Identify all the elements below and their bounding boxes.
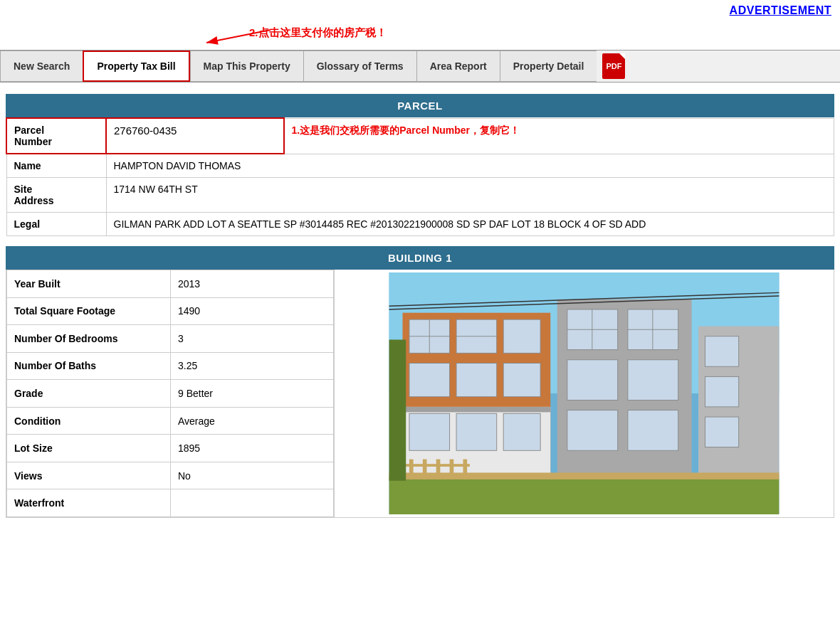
svg-rect-7 xyxy=(503,319,540,353)
waterfront-value xyxy=(171,489,334,517)
table-row: Legal GILMAN PARK ADD LOT A SEATTLE SP #… xyxy=(6,213,834,236)
svg-line-1 xyxy=(206,30,271,43)
main-content: PARCEL ParcelNumber 276760-0435 1.这是我们交税… xyxy=(0,83,840,524)
svg-rect-32 xyxy=(705,336,739,367)
condition-label: Condition xyxy=(7,407,171,435)
svg-rect-44 xyxy=(389,339,406,480)
baths-value: 3.25 xyxy=(171,352,334,380)
legal-value: GILMAN PARK ADD LOT A SEATTLE SP #301448… xyxy=(106,213,834,236)
lot-size-label: Lot Size xyxy=(7,435,171,462)
building-section: BUILDING 1 Year Built 2013 Total Square … xyxy=(6,246,834,518)
svg-rect-42 xyxy=(463,460,468,479)
svg-rect-13 xyxy=(456,364,497,397)
parcel-number-label: ParcelNumber xyxy=(6,118,106,154)
svg-rect-12 xyxy=(409,364,450,397)
condition-value: Average xyxy=(171,407,334,435)
advertisement-label: ADVERTISEMENT xyxy=(730,4,831,17)
bedrooms-label: Number Of Bedrooms xyxy=(7,325,171,353)
pdf-icon: PDF xyxy=(602,53,625,79)
table-row: SiteAddress 1714 NW 64TH ST xyxy=(6,178,834,213)
name-value: HAMPTON DAVID THOMAS xyxy=(106,154,834,178)
property-detail-button[interactable]: Property Detail xyxy=(500,51,597,82)
sqft-label: Total Square Footage xyxy=(7,297,171,325)
table-row: ParcelNumber 276760-0435 1.这是我们交税所需要的Par… xyxy=(6,118,834,154)
pdf-button[interactable]: PDF xyxy=(597,51,631,82)
svg-rect-39 xyxy=(423,460,427,479)
lot-size-value: 1895 xyxy=(171,435,334,462)
building-content: Year Built 2013 Total Square Footage 149… xyxy=(6,270,834,518)
views-label: Views xyxy=(7,462,171,489)
svg-rect-16 xyxy=(409,413,450,450)
legal-label: Legal xyxy=(6,213,106,236)
waterfront-label: Waterfront xyxy=(7,489,171,517)
parcel-number-value: 276760-0435 xyxy=(106,118,284,154)
site-address-value: 1714 NW 64TH ST xyxy=(106,178,834,213)
svg-rect-23 xyxy=(567,360,618,401)
parcel-section-header: PARCEL xyxy=(6,94,834,117)
name-label: Name xyxy=(6,154,106,178)
map-this-property-button[interactable]: Map This Property xyxy=(190,51,303,82)
table-row: Grade 9 Better xyxy=(7,380,334,408)
year-built-value: 2013 xyxy=(171,270,334,298)
site-address-label: SiteAddress xyxy=(6,178,106,213)
arrow-icon xyxy=(199,21,285,50)
parcel-table: ParcelNumber 276760-0435 1.这是我们交税所需要的Par… xyxy=(6,117,834,236)
table-row: Views No xyxy=(7,462,334,489)
bedrooms-value: 3 xyxy=(171,325,334,353)
svg-rect-24 xyxy=(628,360,678,401)
table-row: Year Built 2013 xyxy=(7,270,334,298)
svg-rect-43 xyxy=(396,464,470,467)
sqft-value: 1490 xyxy=(171,297,334,325)
grade-value: 9 Better xyxy=(171,380,334,408)
table-row: Number Of Baths 3.25 xyxy=(7,352,334,380)
svg-rect-40 xyxy=(436,460,441,479)
svg-rect-33 xyxy=(705,376,739,407)
parcel-annotation-cell: 1.这是我们交税所需要的Parcel Number，复制它！ xyxy=(284,118,834,154)
svg-rect-17 xyxy=(456,413,497,450)
table-row: Total Square Footage 1490 xyxy=(7,297,334,325)
building-image xyxy=(337,272,831,514)
building-table: Year Built 2013 Total Square Footage 149… xyxy=(6,270,334,517)
table-row: Name HAMPTON DAVID THOMAS xyxy=(6,154,834,178)
new-search-button[interactable]: New Search xyxy=(0,51,83,82)
top-banner: ADVERTISEMENT xyxy=(0,0,840,18)
table-row: Waterfront xyxy=(7,489,334,517)
svg-rect-14 xyxy=(503,364,540,397)
svg-rect-26 xyxy=(628,410,678,451)
svg-rect-25 xyxy=(567,410,618,451)
grade-label: Grade xyxy=(7,380,171,408)
svg-rect-36 xyxy=(389,472,779,479)
baths-label: Number Of Baths xyxy=(7,352,171,380)
year-built-label: Year Built xyxy=(7,270,171,298)
table-row: Condition Average xyxy=(7,407,334,435)
svg-rect-35 xyxy=(389,477,779,514)
svg-rect-18 xyxy=(503,413,540,450)
building-image-container xyxy=(334,270,834,517)
building-section-header: BUILDING 1 xyxy=(6,246,834,270)
glossary-of-terms-button[interactable]: Glossary of Terms xyxy=(303,51,416,82)
table-row: Lot Size 1895 xyxy=(7,435,334,462)
views-value: No xyxy=(171,462,334,489)
annotation-area: 2.点击这里支付你的房产税！ xyxy=(0,18,840,50)
svg-rect-38 xyxy=(409,460,414,479)
svg-rect-34 xyxy=(705,417,739,447)
property-tax-bill-button[interactable]: Property Tax Bill xyxy=(83,51,189,82)
nav-bar: New Search Property Tax Bill Map This Pr… xyxy=(0,50,840,83)
svg-rect-41 xyxy=(450,460,454,479)
svg-rect-19 xyxy=(403,407,551,413)
area-report-button[interactable]: Area Report xyxy=(416,51,500,82)
table-row: Number Of Bedrooms 3 xyxy=(7,325,334,353)
